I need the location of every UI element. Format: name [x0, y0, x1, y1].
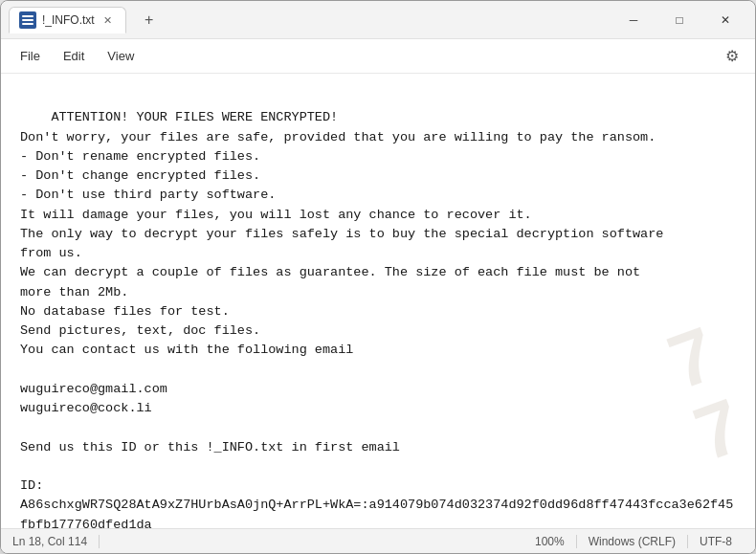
icon-line-1 [22, 15, 33, 17]
active-tab[interactable]: !_INFO.txt ✕ [9, 7, 126, 33]
close-button[interactable]: ✕ [703, 5, 747, 35]
tab-close-button[interactable]: ✕ [100, 12, 116, 28]
settings-icon[interactable]: ⚙ [717, 41, 747, 72]
menu-bar-right: ⚙ [717, 41, 747, 72]
status-right: 100% Windows (CRLF) UTF-8 [535, 535, 744, 548]
icon-line-3 [22, 23, 33, 25]
status-bar: Ln 18, Col 114 100% Windows (CRLF) UTF-8 [1, 528, 755, 553]
menu-bar: File Edit View ⚙ [1, 39, 755, 74]
text-editor-content[interactable]: ATTENTION! YOUR FILES WERE ENCRYPTED! Do… [1, 74, 755, 528]
title-bar-left: !_INFO.txt ✕ + [9, 7, 611, 33]
window-controls: ─ □ ✕ [611, 5, 747, 35]
menu-edit[interactable]: Edit [52, 45, 96, 67]
title-bar: !_INFO.txt ✕ + ─ □ ✕ [1, 1, 755, 39]
cursor-position: Ln 18, Col 114 [12, 535, 100, 548]
minimize-button[interactable]: ─ [611, 5, 656, 35]
menu-view[interactable]: View [96, 45, 145, 67]
icon-line-2 [22, 19, 33, 21]
menu-file[interactable]: File [9, 45, 52, 67]
ransom-note-text: ATTENTION! YOUR FILES WERE ENCRYPTED! Do… [20, 110, 733, 528]
zoom-level: 100% [535, 535, 577, 548]
encoding: UTF-8 [688, 535, 744, 548]
icon-lines [22, 15, 33, 25]
line-ending: Windows (CRLF) [577, 535, 688, 548]
watermark: 77 [658, 315, 751, 474]
file-icon [19, 11, 36, 29]
main-window: !_INFO.txt ✕ + ─ □ ✕ File Edit View ⚙ AT… [0, 0, 756, 554]
maximize-button[interactable]: □ [657, 5, 701, 35]
new-tab-button[interactable]: + [136, 7, 163, 33]
tab-title: !_INFO.txt [42, 13, 95, 27]
